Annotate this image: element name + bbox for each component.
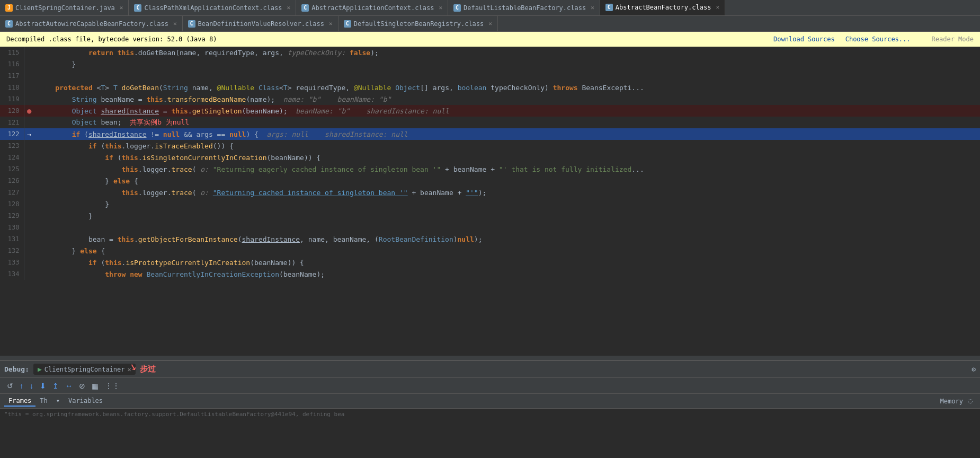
table-row: 130	[0, 222, 980, 233]
class-file-icon: C	[5, 20, 13, 28]
table-row: 125 this.logger.trace( o: "Returning eag…	[0, 163, 980, 175]
tab-label: DefaultSingletonBeanRegistry.class	[354, 20, 484, 28]
line-number: 128	[0, 198, 24, 210]
code-line: } else {	[34, 245, 980, 257]
tab-client-spring-container[interactable]: J ClientSpringContainer.java ✕	[0, 0, 129, 15]
class-file-icon: C	[605, 4, 613, 11]
table-row: 115 return this.doGetBean(name, required…	[0, 47, 980, 58]
debug-session-tab[interactable]: ▶ ClientSpringContainer ✕	[33, 364, 136, 375]
dropdown-icon: ▾	[56, 397, 60, 404]
code-line: }	[34, 198, 980, 210]
tab-threads[interactable]: Th	[35, 396, 51, 407]
tab-threads-dropdown[interactable]: ▾	[52, 396, 64, 407]
step-into-button[interactable]: ↓	[27, 380, 36, 392]
code-line: if (sharedInstance != null && args == nu…	[34, 128, 980, 140]
class-file-icon: C	[188, 20, 195, 28]
debug-tabs: Frames Th ▾ Variables Memory ◌	[0, 394, 980, 409]
tab-label: AbstractBeanFactory.class	[616, 4, 711, 11]
restart-button[interactable]: ↺	[4, 380, 16, 392]
debug-content-text: "this = org.springframework.beans.factor…	[4, 411, 976, 418]
close-icon[interactable]: ✕	[591, 4, 594, 11]
line-number: 132	[0, 245, 24, 257]
debug-header: Debug: ▶ ClientSpringContainer ✕ 步过 ↓ ⚙	[0, 361, 980, 378]
tab-default-listable[interactable]: C DefaultListableBeanFactory.class ✕	[448, 0, 600, 15]
step-out-button[interactable]: ⬇	[37, 380, 49, 392]
gutter	[24, 233, 34, 245]
gutter	[24, 82, 34, 93]
gutter	[24, 47, 34, 58]
gutter-arrow: →	[24, 128, 34, 140]
line-number: 122	[0, 128, 24, 140]
code-line: }	[34, 210, 980, 222]
tab-bar-row1: J ClientSpringContainer.java ✕ C ClassPa…	[0, 0, 980, 16]
table-row: 134 throw new BeanCurrentlyInCreationExc…	[0, 268, 980, 280]
tab-label: ClassPathXmlApplicationContext.class	[144, 4, 282, 12]
line-number: 115	[0, 47, 24, 58]
close-icon[interactable]: ✕	[287, 4, 291, 11]
tab-label: DefaultListableBeanFactory.class	[464, 4, 586, 12]
table-row: 128 }	[0, 198, 980, 210]
tab-label: ClientSpringContainer.java	[15, 4, 115, 12]
close-icon[interactable]: ✕	[173, 20, 177, 27]
tab-abstract-app-context[interactable]: C AbstractApplicationContext.class ✕	[296, 0, 448, 15]
close-icon[interactable]: ✕	[120, 4, 123, 11]
close-icon[interactable]: ✕	[329, 20, 333, 27]
close-icon[interactable]: ✕	[439, 4, 442, 11]
class-file-icon: C	[301, 4, 309, 12]
tab-bar-row2: C AbstractAutowireCapableBeanFactory.cla…	[0, 16, 980, 32]
settings-icon[interactable]: ⚙	[972, 365, 976, 373]
line-number: 124	[0, 152, 24, 163]
line-number: 116	[0, 58, 24, 70]
line-number: 127	[0, 187, 24, 198]
gutter	[24, 222, 34, 233]
run-to-cursor-button[interactable]: ↥	[50, 380, 61, 392]
gutter	[24, 58, 34, 70]
horizontal-scrollbar[interactable]	[0, 356, 980, 360]
code-line: Object bean; 共享实例b 为null	[34, 117, 980, 128]
code-line: if (this.isPrototypeCurrentlyInCreation(…	[34, 257, 980, 268]
tab-variables[interactable]: Variables	[64, 396, 107, 407]
mute-breakpoints-button[interactable]: ⋮⋮	[102, 380, 122, 392]
debug-panel: Debug: ▶ ClientSpringContainer ✕ 步过 ↓ ⚙ …	[0, 360, 980, 458]
code-line: throw new BeanCurrentlyInCreationExcepti…	[34, 268, 980, 280]
gutter	[24, 117, 34, 128]
view-breakpoints-button[interactable]: ▦	[89, 380, 101, 392]
line-number: 134	[0, 268, 24, 280]
code-line: if (this.logger.isTraceEnabled()) {	[34, 140, 980, 152]
gutter	[24, 210, 34, 222]
memory-settings-button[interactable]: ◌	[965, 396, 976, 406]
table-row: 131 bean = this.getObjectForBeanInstance…	[0, 233, 980, 245]
code-line: return this.doGetBean(name, requiredType…	[34, 47, 980, 58]
close-icon[interactable]: ✕	[488, 20, 492, 27]
line-number: 133	[0, 257, 24, 268]
line-number: 118	[0, 82, 24, 93]
gutter	[24, 198, 34, 210]
download-sources-link[interactable]: Download Sources	[773, 36, 835, 43]
code-line: if (this.isSingletonCurrentlyInCreation(…	[34, 152, 980, 163]
tab-frames[interactable]: Frames	[4, 396, 35, 407]
threads-label: Th	[40, 397, 47, 404]
evaluate-button[interactable]: ↔	[63, 380, 75, 392]
line-number: 130	[0, 222, 24, 233]
code-line: String beanName = this.transformedBeanNa…	[34, 93, 980, 105]
code-line: bean = this.getObjectForBeanInstance(sha…	[34, 233, 980, 245]
choose-sources-link[interactable]: Choose Sources...	[845, 36, 911, 43]
gutter	[24, 140, 34, 152]
stop-button[interactable]: ⊘	[76, 380, 88, 392]
decompiled-info: Decompiled .class file, bytecode version…	[6, 36, 217, 43]
tab-bean-def-value-resolver[interactable]: C BeanDefinitionValueResolver.class ✕	[183, 16, 338, 31]
tab-classpath-xml[interactable]: C ClassPathXmlApplicationContext.class ✕	[129, 0, 296, 15]
code-line: }	[34, 58, 980, 70]
tab-abstract-bean-factory[interactable]: C AbstractBeanFactory.class ✕	[600, 0, 725, 15]
line-number: 117	[0, 70, 24, 82]
code-scroll-area[interactable]: 115 return this.doGetBean(name, required…	[0, 47, 980, 356]
tab-label: AbstractApplicationContext.class	[311, 4, 434, 12]
tab-abstract-autowire[interactable]: C AbstractAutowireCapableBeanFactory.cla…	[0, 16, 183, 31]
close-icon[interactable]: ✕	[716, 4, 719, 11]
class-file-icon: C	[344, 20, 351, 28]
line-number: 126	[0, 175, 24, 187]
tab-default-singleton[interactable]: C DefaultSingletonBeanRegistry.class ✕	[338, 16, 498, 31]
gutter	[24, 163, 34, 175]
table-row: 116 }	[0, 58, 980, 70]
step-over-button[interactable]: ↑	[17, 380, 26, 392]
